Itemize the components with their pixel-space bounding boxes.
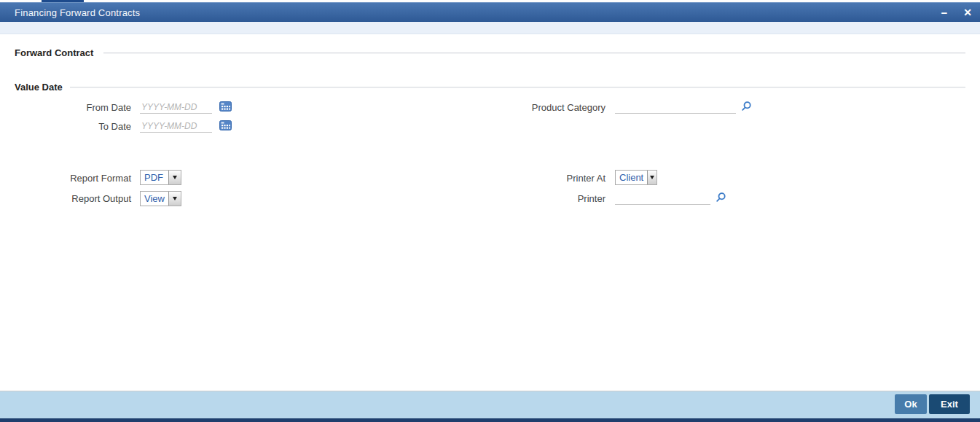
search-icon[interactable] [740,101,752,115]
chevron-down-icon[interactable] [647,171,656,184]
from-date-label: From Date [44,102,131,113]
exit-button[interactable]: Exit [929,394,970,414]
footer-bar [0,391,980,418]
titlebar-controls: − ✕ [936,3,976,23]
financing-forward-contracts-window: Financing Forward Contracts − ✕ Forward … [0,0,980,422]
titlebar: Financing Forward Contracts − ✕ [0,2,980,22]
printer-input[interactable] [615,192,710,205]
report-format-value: PDF [141,171,168,184]
bottom-border-line [0,418,980,422]
printer-at-dropdown[interactable]: Client [615,170,657,185]
section-rule [70,87,965,87]
section-heading-forward-contract: Forward Contract [15,47,93,58]
calendar-icon[interactable] [219,120,232,133]
chevron-down-icon[interactable] [168,171,181,184]
section-rule [103,52,965,53]
printer-label: Printer [495,193,605,204]
printer-at-value: Client [616,171,647,184]
ok-button[interactable]: Ok [895,394,927,414]
minimize-icon[interactable]: − [936,3,952,23]
product-category-label: Product Category [495,102,605,113]
report-output-value: View [141,192,168,206]
from-date-input[interactable] [140,101,212,114]
to-date-label: To Date [44,121,131,132]
to-date-input[interactable] [140,120,212,133]
subheader-strip [0,22,980,34]
product-category-input[interactable] [615,101,736,114]
report-output-dropdown[interactable]: View [140,191,181,206]
printer-at-label: Printer At [495,173,605,184]
report-output-label: Report Output [44,193,131,204]
calendar-icon[interactable] [219,101,232,114]
close-icon[interactable]: ✕ [960,3,976,23]
report-format-label: Report Format [44,173,131,184]
search-icon[interactable] [715,192,726,206]
chevron-down-icon[interactable] [168,192,181,206]
window-title: Financing Forward Contracts [0,7,140,18]
section-heading-value-date: Value Date [15,82,63,93]
report-format-dropdown[interactable]: PDF [140,170,181,185]
